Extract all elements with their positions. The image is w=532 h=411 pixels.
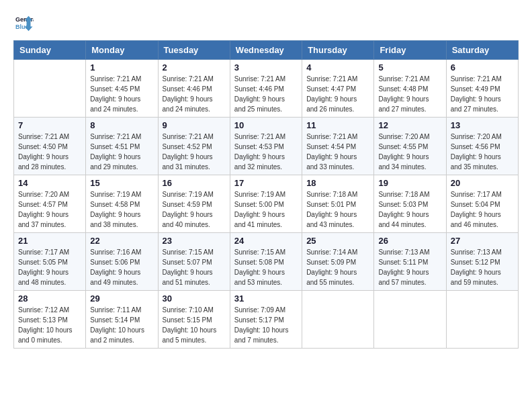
calendar-header-monday: Monday [86,41,158,60]
page-header: General Blue [13,13,519,34]
calendar-cell: 8Sunrise: 7:21 AMSunset: 4:51 PMDaylight… [86,118,158,175]
calendar-week-row: 28Sunrise: 7:12 AMSunset: 5:13 PMDayligh… [14,291,519,349]
calendar-cell: 28Sunrise: 7:12 AMSunset: 5:13 PMDayligh… [14,291,86,349]
calendar-cell: 27Sunrise: 7:13 AMSunset: 5:12 PMDayligh… [446,233,518,291]
day-number: 31 [234,293,298,304]
day-info: Sunrise: 7:21 AMSunset: 4:49 PMDaylight:… [451,74,514,114]
day-info: Sunrise: 7:15 AMSunset: 5:07 PMDaylight:… [163,247,226,287]
logo-icon: General Blue [13,13,34,34]
calendar-table: SundayMondayTuesdayWednesdayThursdayFrid… [13,40,519,349]
day-number: 7 [18,120,81,130]
calendar-week-row: 7Sunrise: 7:21 AMSunset: 4:50 PMDaylight… [14,118,519,175]
day-info: Sunrise: 7:20 AMSunset: 4:57 PMDaylight:… [18,189,81,230]
calendar-cell: 21Sunrise: 7:17 AMSunset: 5:05 PMDayligh… [14,233,86,291]
day-number: 16 [163,178,226,188]
calendar-cell: 13Sunrise: 7:20 AMSunset: 4:56 PMDayligh… [446,118,518,175]
day-info: Sunrise: 7:16 AMSunset: 5:06 PMDaylight:… [90,247,153,287]
day-info: Sunrise: 7:21 AMSunset: 4:52 PMDaylight:… [163,132,226,172]
day-info: Sunrise: 7:17 AMSunset: 5:04 PMDaylight:… [451,189,514,230]
day-number: 8 [90,120,153,130]
day-number: 15 [90,178,153,188]
day-info: Sunrise: 7:18 AMSunset: 5:03 PMDaylight:… [378,189,441,230]
day-number: 6 [451,62,514,73]
calendar-cell: 29Sunrise: 7:11 AMSunset: 5:14 PMDayligh… [86,291,158,349]
day-number: 14 [18,178,81,188]
day-number: 26 [378,236,441,246]
calendar-cell: 5Sunrise: 7:21 AMSunset: 4:48 PMDaylight… [374,60,446,118]
calendar-header-thursday: Thursday [302,41,374,60]
day-info: Sunrise: 7:21 AMSunset: 4:46 PMDaylight:… [163,74,226,114]
day-info: Sunrise: 7:21 AMSunset: 4:48 PMDaylight:… [378,74,441,114]
calendar-cell: 22Sunrise: 7:16 AMSunset: 5:06 PMDayligh… [86,233,158,291]
calendar-cell: 20Sunrise: 7:17 AMSunset: 5:04 PMDayligh… [446,175,518,233]
day-number: 20 [451,178,514,188]
calendar-week-row: 14Sunrise: 7:20 AMSunset: 4:57 PMDayligh… [14,175,519,233]
calendar-header-row: SundayMondayTuesdayWednesdayThursdayFrid… [14,41,519,60]
calendar-cell [302,291,374,349]
day-info: Sunrise: 7:21 AMSunset: 4:50 PMDaylight:… [18,132,81,172]
day-info: Sunrise: 7:10 AMSunset: 5:15 PMDaylight:… [163,305,226,345]
day-info: Sunrise: 7:19 AMSunset: 5:00 PMDaylight:… [234,189,298,230]
day-number: 2 [163,62,226,73]
day-number: 30 [163,293,226,304]
calendar-cell: 25Sunrise: 7:14 AMSunset: 5:09 PMDayligh… [302,233,374,291]
calendar-cell: 24Sunrise: 7:15 AMSunset: 5:08 PMDayligh… [230,233,302,291]
calendar-cell: 30Sunrise: 7:10 AMSunset: 5:15 PMDayligh… [158,291,230,349]
calendar-cell: 6Sunrise: 7:21 AMSunset: 4:49 PMDaylight… [446,60,518,118]
calendar-header-tuesday: Tuesday [158,41,230,60]
day-number: 29 [90,293,153,304]
day-info: Sunrise: 7:11 AMSunset: 5:14 PMDaylight:… [90,305,153,345]
calendar-cell: 9Sunrise: 7:21 AMSunset: 4:52 PMDaylight… [158,118,230,175]
day-number: 17 [234,178,298,188]
day-number: 5 [378,62,441,73]
day-number: 24 [234,236,298,246]
day-number: 19 [378,178,441,188]
day-info: Sunrise: 7:21 AMSunset: 4:47 PMDaylight:… [306,74,369,114]
calendar-cell: 18Sunrise: 7:18 AMSunset: 5:01 PMDayligh… [302,175,374,233]
day-info: Sunrise: 7:14 AMSunset: 5:09 PMDaylight:… [306,247,369,287]
calendar-cell: 4Sunrise: 7:21 AMSunset: 4:47 PMDaylight… [302,60,374,118]
day-number: 27 [451,236,514,246]
day-number: 9 [163,120,226,130]
day-number: 18 [306,178,369,188]
calendar-cell: 19Sunrise: 7:18 AMSunset: 5:03 PMDayligh… [374,175,446,233]
calendar-cell: 7Sunrise: 7:21 AMSunset: 4:50 PMDaylight… [14,118,86,175]
day-info: Sunrise: 7:12 AMSunset: 5:13 PMDaylight:… [18,305,81,345]
day-number: 10 [234,120,298,130]
calendar-cell: 26Sunrise: 7:13 AMSunset: 5:11 PMDayligh… [374,233,446,291]
day-number: 4 [306,62,369,73]
calendar-cell: 12Sunrise: 7:20 AMSunset: 4:55 PMDayligh… [374,118,446,175]
day-info: Sunrise: 7:21 AMSunset: 4:45 PMDaylight:… [90,74,153,114]
day-info: Sunrise: 7:21 AMSunset: 4:54 PMDaylight:… [306,132,369,172]
calendar-week-row: 21Sunrise: 7:17 AMSunset: 5:05 PMDayligh… [14,233,519,291]
day-info: Sunrise: 7:21 AMSunset: 4:53 PMDaylight:… [234,132,298,172]
calendar-cell: 14Sunrise: 7:20 AMSunset: 4:57 PMDayligh… [14,175,86,233]
day-number: 23 [163,236,226,246]
day-number: 13 [451,120,514,130]
calendar-cell: 10Sunrise: 7:21 AMSunset: 4:53 PMDayligh… [230,118,302,175]
calendar-cell: 15Sunrise: 7:19 AMSunset: 4:58 PMDayligh… [86,175,158,233]
calendar-week-row: 1Sunrise: 7:21 AMSunset: 4:45 PMDaylight… [14,60,519,118]
day-info: Sunrise: 7:18 AMSunset: 5:01 PMDaylight:… [306,189,369,230]
calendar-cell [374,291,446,349]
calendar-header-saturday: Saturday [446,41,518,60]
day-info: Sunrise: 7:19 AMSunset: 4:58 PMDaylight:… [90,189,153,230]
day-info: Sunrise: 7:09 AMSunset: 5:17 PMDaylight:… [234,305,298,345]
day-info: Sunrise: 7:13 AMSunset: 5:11 PMDaylight:… [378,247,441,287]
calendar-cell: 17Sunrise: 7:19 AMSunset: 5:00 PMDayligh… [230,175,302,233]
calendar-cell: 11Sunrise: 7:21 AMSunset: 4:54 PMDayligh… [302,118,374,175]
day-number: 12 [378,120,441,130]
day-info: Sunrise: 7:20 AMSunset: 4:56 PMDaylight:… [451,132,514,172]
day-info: Sunrise: 7:21 AMSunset: 4:51 PMDaylight:… [90,132,153,172]
calendar-header-friday: Friday [374,41,446,60]
calendar-header-wednesday: Wednesday [230,41,302,60]
calendar-body: 1Sunrise: 7:21 AMSunset: 4:45 PMDaylight… [14,60,519,349]
day-number: 1 [90,62,153,73]
calendar-cell: 3Sunrise: 7:21 AMSunset: 4:46 PMDaylight… [230,60,302,118]
day-number: 22 [90,236,153,246]
calendar-cell [14,60,86,118]
calendar-cell [446,291,518,349]
day-info: Sunrise: 7:20 AMSunset: 4:55 PMDaylight:… [378,132,441,172]
day-info: Sunrise: 7:19 AMSunset: 4:59 PMDaylight:… [163,189,226,230]
calendar-cell: 2Sunrise: 7:21 AMSunset: 4:46 PMDaylight… [158,60,230,118]
